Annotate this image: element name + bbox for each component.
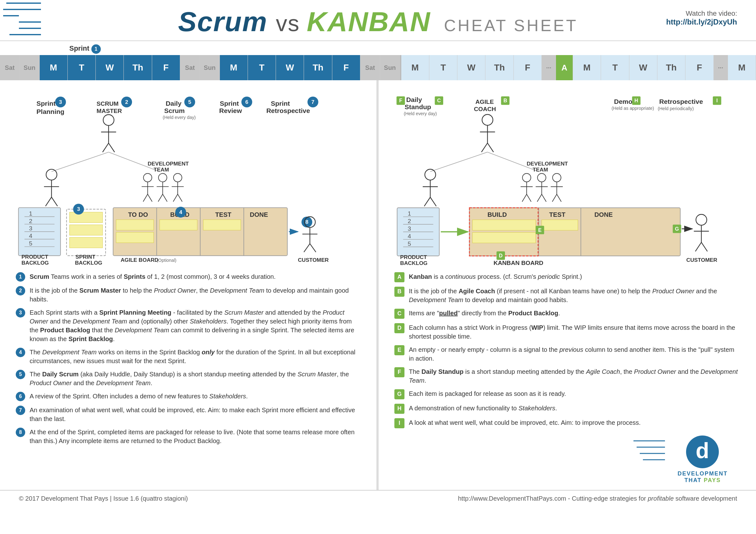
kanban-note-g: G Each item is packaged for release as s… <box>394 389 740 399</box>
logo-line2: THAT PAYS <box>678 477 728 484</box>
svg-line-52 <box>163 194 167 202</box>
svg-rect-176 <box>472 233 536 243</box>
svg-text:BACKLOG: BACKLOG <box>21 260 49 266</box>
svg-text:AGILE BOARD: AGILE BOARD <box>121 257 158 263</box>
note-text-3: Each Sprint starts with a Sprint Plannin… <box>30 308 361 343</box>
svg-text:PRODUCT: PRODUCT <box>21 254 48 260</box>
footer-copyright: © 2017 Development That Pays | Issue 1.6… <box>19 495 188 502</box>
header: Scrum vs KANBAN CHEAT SHEET Watch the vi… <box>0 0 756 41</box>
svg-line-51 <box>158 194 163 202</box>
day-f2: F <box>332 55 360 80</box>
svg-text:(Optional): (Optional) <box>156 258 176 263</box>
watch-video-label: Watch the video: <box>666 10 737 18</box>
kanban-note-f: F The Daily Standup is a short standup m… <box>394 367 740 385</box>
day-t2: T <box>248 55 276 80</box>
svg-text:DONE: DONE <box>594 211 613 218</box>
day-sat3: Sat <box>360 55 380 80</box>
kanban-text-h: A demonstration of new functionality to … <box>409 404 557 413</box>
day-w3: W <box>457 55 485 80</box>
svg-text:I: I <box>716 97 718 103</box>
svg-line-102 <box>310 243 316 252</box>
svg-text:1: 1 <box>408 210 411 217</box>
svg-line-17 <box>103 143 109 152</box>
footer-separator: - Cutting-edge strategies for <box>568 495 648 502</box>
kanban-badge-b: B <box>394 287 404 297</box>
kanban-text-g: Each item is packaged for release as soo… <box>409 389 566 398</box>
footer: © 2017 Development That Pays | Issue 1.6… <box>0 490 756 507</box>
svg-text:BACKLOG: BACKLOG <box>75 260 102 266</box>
svg-text:4: 4 <box>29 233 33 239</box>
svg-point-129 <box>425 169 436 180</box>
svg-point-43 <box>143 173 152 182</box>
svg-point-138 <box>523 173 531 182</box>
svg-text:Scrum: Scrum <box>164 107 185 114</box>
kanban-note-d: D Each column has a strict Work in Progr… <box>394 323 740 341</box>
svg-text:2: 2 <box>125 99 128 105</box>
svg-line-117 <box>481 143 487 152</box>
svg-text:Demo: Demo <box>614 98 633 105</box>
note-text-7: An examination of what went well, what c… <box>30 406 361 423</box>
footer-url: http://www.DevelopmentThatPays.com <box>458 495 566 502</box>
svg-text:6: 6 <box>245 99 249 105</box>
svg-text:F: F <box>399 97 402 103</box>
note-badge-6: 6 <box>16 392 25 401</box>
kanban-badge-i: I <box>394 418 404 428</box>
svg-point-14 <box>103 114 114 125</box>
svg-text:SPRINT: SPRINT <box>76 254 95 260</box>
svg-line-56 <box>173 194 178 202</box>
content-panels: Sprint Planning 3 SCRUM MASTER 2 <box>0 80 756 490</box>
title-vs: vs <box>276 11 307 36</box>
svg-text:H: H <box>634 97 638 103</box>
sprint-label: Sprint <box>69 44 91 52</box>
scrum-note-5: 5 The Daily Scrum (aka Daily Huddle, Dai… <box>16 370 361 387</box>
svg-text:4: 4 <box>408 233 411 240</box>
svg-text:Retrospective: Retrospective <box>659 98 703 105</box>
day-sun3: Sun <box>380 55 400 80</box>
day-t1: T <box>68 55 96 80</box>
svg-point-143 <box>537 173 546 182</box>
svg-text:TEST: TEST <box>215 211 231 218</box>
svg-text:Daily: Daily <box>406 96 422 103</box>
kanban-badge-g: G <box>394 389 404 399</box>
svg-line-19 <box>52 152 109 171</box>
svg-text:CUSTOMER: CUSTOMER <box>687 257 717 263</box>
day-f4: F <box>686 55 714 80</box>
deco-lines-right <box>634 435 671 484</box>
kanban-badge-h: H <box>394 404 404 414</box>
scrum-svg: Sprint Planning 3 SCRUM MASTER 2 <box>10 83 367 266</box>
kanban-text-f: The Daily Standup is a short standup mee… <box>409 367 740 385</box>
svg-rect-90 <box>203 220 241 230</box>
kanban-note-e: E An empty - or nearly empty - column is… <box>394 345 740 363</box>
logo-pays: PAYS <box>704 477 721 483</box>
svg-line-147 <box>542 194 546 202</box>
kanban-badge-d: D <box>394 323 404 333</box>
svg-text:Sprint: Sprint <box>271 100 290 107</box>
kanban-note-a: A Kanban is a continuous process. (cf. S… <box>394 272 740 282</box>
kanban-text-e: An empty - or nearly empty - column is a… <box>409 345 740 363</box>
svg-line-57 <box>178 194 182 202</box>
logo-section: d DEVELOPMENT THAT PAYS <box>394 435 740 484</box>
logo-that: THAT <box>685 477 704 483</box>
scrum-diagram-area: Sprint Planning 3 SCRUM MASTER 2 <box>0 80 376 263</box>
note-text-1: Scrum Teams work in a series of Sprints … <box>30 272 276 281</box>
kanban-panel: F Daily Standup (Held every day) AGILE C… <box>379 80 756 490</box>
day-th4: Th <box>658 55 686 80</box>
day-m1: M <box>40 55 68 80</box>
logo-line1: DEVELOPMENT <box>678 470 728 477</box>
svg-text:TEAM: TEAM <box>533 166 548 173</box>
watch-video-link[interactable]: http://bit.ly/2jDxyUh <box>666 18 737 26</box>
day-sat2: Sat <box>180 55 200 80</box>
kanban-note-c: C Items are "pulled" directly from the P… <box>394 309 740 319</box>
kanban-badge-c: C <box>394 309 404 319</box>
scrum-note-2: 2 It is the job of the Scrum Master to h… <box>16 286 361 304</box>
svg-line-47 <box>148 194 152 202</box>
svg-text:DEVELOPMENT: DEVELOPMENT <box>527 161 568 167</box>
day-dots2: ··· <box>714 55 728 80</box>
svg-text:TO DO: TO DO <box>128 211 148 218</box>
svg-text:3: 3 <box>29 225 33 232</box>
note-text-6: A review of the Sprint. Often includes a… <box>30 392 248 400</box>
svg-text:(Held as appropriate): (Held as appropriate) <box>612 106 654 111</box>
day-t3: T <box>429 55 457 80</box>
note-text-4: The Development Team works on items in t… <box>30 348 361 365</box>
note-badge-7: 7 <box>16 406 25 415</box>
